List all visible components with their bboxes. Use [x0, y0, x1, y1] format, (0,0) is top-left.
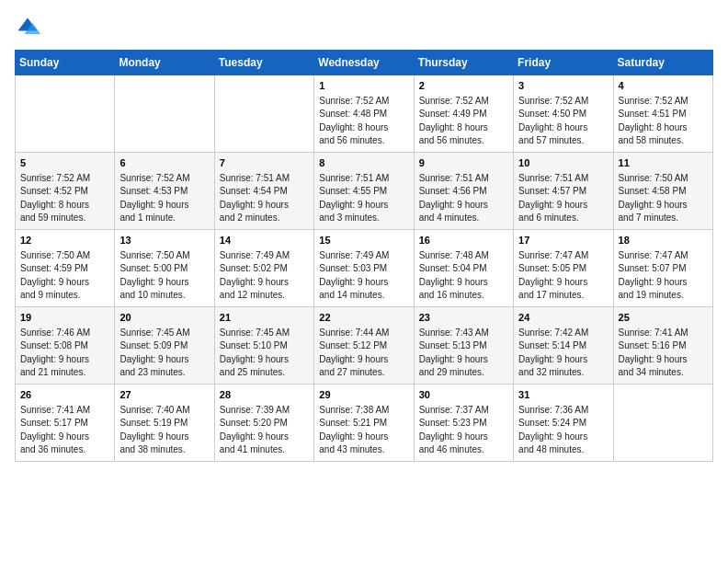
day-info: Sunrise: 7:50 AM Sunset: 5:00 PM Dayligh… — [119, 249, 209, 303]
day-info: Sunrise: 7:52 AM Sunset: 4:53 PM Dayligh… — [119, 172, 209, 225]
day-info: Sunrise: 7:51 AM Sunset: 4:54 PM Dayligh… — [220, 172, 309, 225]
day-number: 31 — [518, 388, 608, 403]
day-info: Sunrise: 7:36 AM Sunset: 5:24 PM Dayligh… — [518, 404, 608, 457]
day-info: Sunrise: 7:38 AM Sunset: 5:21 PM Dayligh… — [319, 404, 408, 457]
calendar-cell: 21Sunrise: 7:45 AM Sunset: 5:10 PM Dayli… — [214, 306, 313, 384]
calendar-cell: 16Sunrise: 7:48 AM Sunset: 5:04 PM Dayli… — [414, 229, 513, 306]
logo — [15, 15, 44, 40]
day-info: Sunrise: 7:48 AM Sunset: 5:04 PM Dayligh… — [419, 249, 508, 303]
day-info: Sunrise: 7:45 AM Sunset: 5:10 PM Dayligh… — [220, 327, 309, 380]
calendar-cell: 26Sunrise: 7:41 AM Sunset: 5:17 PM Dayli… — [16, 384, 115, 461]
day-of-week-header: Wednesday — [314, 51, 414, 75]
calendar-cell — [16, 75, 115, 153]
day-number: 8 — [319, 156, 408, 171]
day-of-week-header: Saturday — [613, 51, 712, 75]
day-number: 9 — [419, 156, 508, 171]
day-number: 14 — [220, 234, 309, 248]
calendar-cell: 11Sunrise: 7:50 AM Sunset: 4:58 PM Dayli… — [613, 152, 712, 229]
calendar-cell: 6Sunrise: 7:52 AM Sunset: 4:53 PM Daylig… — [115, 152, 214, 229]
day-number: 16 — [419, 234, 508, 248]
calendar-cell: 4Sunrise: 7:52 AM Sunset: 4:51 PM Daylig… — [613, 75, 712, 153]
day-number: 28 — [220, 388, 309, 403]
days-of-week-row: SundayMondayTuesdayWednesdayThursdayFrid… — [16, 51, 713, 75]
day-of-week-header: Friday — [514, 51, 613, 75]
day-info: Sunrise: 7:47 AM Sunset: 5:05 PM Dayligh… — [518, 249, 608, 303]
calendar-cell: 19Sunrise: 7:46 AM Sunset: 5:08 PM Dayli… — [16, 306, 115, 384]
calendar-cell: 15Sunrise: 7:49 AM Sunset: 5:03 PM Dayli… — [314, 229, 414, 306]
day-info: Sunrise: 7:42 AM Sunset: 5:14 PM Dayligh… — [518, 327, 608, 380]
day-number: 11 — [619, 156, 708, 171]
calendar-cell: 14Sunrise: 7:49 AM Sunset: 5:02 PM Dayli… — [214, 229, 313, 306]
calendar-week-row: 1Sunrise: 7:52 AM Sunset: 4:48 PM Daylig… — [16, 75, 713, 153]
day-number: 19 — [20, 311, 109, 326]
calendar-cell: 30Sunrise: 7:37 AM Sunset: 5:23 PM Dayli… — [414, 384, 513, 461]
calendar-cell: 18Sunrise: 7:47 AM Sunset: 5:07 PM Dayli… — [613, 229, 712, 306]
day-info: Sunrise: 7:52 AM Sunset: 4:52 PM Dayligh… — [20, 172, 109, 225]
day-of-week-header: Monday — [115, 51, 214, 75]
day-info: Sunrise: 7:49 AM Sunset: 5:02 PM Dayligh… — [220, 249, 309, 303]
calendar-header: SundayMondayTuesdayWednesdayThursdayFrid… — [16, 51, 713, 75]
day-number: 13 — [119, 234, 209, 248]
calendar-cell: 8Sunrise: 7:51 AM Sunset: 4:55 PM Daylig… — [314, 152, 414, 229]
day-number: 7 — [220, 156, 309, 171]
day-number: 3 — [518, 79, 608, 94]
day-number: 29 — [319, 388, 408, 403]
day-number: 20 — [119, 311, 209, 326]
day-number: 12 — [20, 234, 109, 248]
day-number: 23 — [419, 311, 508, 326]
day-of-week-header: Sunday — [16, 51, 115, 75]
day-info: Sunrise: 7:41 AM Sunset: 5:17 PM Dayligh… — [20, 404, 109, 457]
day-info: Sunrise: 7:41 AM Sunset: 5:16 PM Dayligh… — [619, 327, 708, 380]
calendar-cell: 5Sunrise: 7:52 AM Sunset: 4:52 PM Daylig… — [16, 152, 115, 229]
calendar-table: SundayMondayTuesdayWednesdayThursdayFrid… — [15, 50, 713, 462]
calendar-cell: 20Sunrise: 7:45 AM Sunset: 5:09 PM Dayli… — [115, 306, 214, 384]
day-number: 4 — [619, 79, 708, 94]
calendar-week-row: 5Sunrise: 7:52 AM Sunset: 4:52 PM Daylig… — [16, 152, 713, 229]
calendar-week-row: 19Sunrise: 7:46 AM Sunset: 5:08 PM Dayli… — [16, 306, 713, 384]
calendar-cell: 29Sunrise: 7:38 AM Sunset: 5:21 PM Dayli… — [314, 384, 414, 461]
day-info: Sunrise: 7:40 AM Sunset: 5:19 PM Dayligh… — [119, 404, 209, 457]
day-number: 2 — [419, 79, 508, 94]
day-number: 27 — [119, 388, 209, 403]
calendar-cell: 28Sunrise: 7:39 AM Sunset: 5:20 PM Dayli… — [214, 384, 313, 461]
day-number: 1 — [319, 79, 408, 94]
calendar-cell — [115, 75, 214, 153]
calendar-cell: 25Sunrise: 7:41 AM Sunset: 5:16 PM Dayli… — [613, 306, 712, 384]
day-info: Sunrise: 7:51 AM Sunset: 4:56 PM Dayligh… — [419, 172, 508, 225]
calendar-cell: 7Sunrise: 7:51 AM Sunset: 4:54 PM Daylig… — [214, 152, 313, 229]
day-info: Sunrise: 7:51 AM Sunset: 4:55 PM Dayligh… — [319, 172, 408, 225]
day-info: Sunrise: 7:37 AM Sunset: 5:23 PM Dayligh… — [419, 404, 508, 457]
day-info: Sunrise: 7:39 AM Sunset: 5:20 PM Dayligh… — [220, 404, 309, 457]
day-number: 21 — [220, 311, 309, 326]
calendar-cell: 13Sunrise: 7:50 AM Sunset: 5:00 PM Dayli… — [115, 229, 214, 306]
logo-icon — [15, 15, 40, 40]
day-info: Sunrise: 7:44 AM Sunset: 5:12 PM Dayligh… — [319, 327, 408, 380]
calendar-cell: 9Sunrise: 7:51 AM Sunset: 4:56 PM Daylig… — [414, 152, 513, 229]
day-number: 10 — [518, 156, 608, 171]
day-number: 30 — [419, 388, 508, 403]
calendar-body: 1Sunrise: 7:52 AM Sunset: 4:48 PM Daylig… — [16, 75, 713, 462]
day-info: Sunrise: 7:51 AM Sunset: 4:57 PM Dayligh… — [518, 172, 608, 225]
day-info: Sunrise: 7:52 AM Sunset: 4:51 PM Dayligh… — [619, 95, 708, 148]
calendar-cell: 3Sunrise: 7:52 AM Sunset: 4:50 PM Daylig… — [514, 75, 613, 153]
day-number: 22 — [319, 311, 408, 326]
calendar-cell: 24Sunrise: 7:42 AM Sunset: 5:14 PM Dayli… — [514, 306, 613, 384]
day-info: Sunrise: 7:46 AM Sunset: 5:08 PM Dayligh… — [20, 327, 109, 380]
calendar-cell: 2Sunrise: 7:52 AM Sunset: 4:49 PM Daylig… — [414, 75, 513, 153]
day-number: 25 — [619, 311, 708, 326]
calendar-cell: 31Sunrise: 7:36 AM Sunset: 5:24 PM Dayli… — [514, 384, 613, 461]
day-of-week-header: Thursday — [414, 51, 513, 75]
day-info: Sunrise: 7:45 AM Sunset: 5:09 PM Dayligh… — [119, 327, 209, 380]
calendar-cell: 10Sunrise: 7:51 AM Sunset: 4:57 PM Dayli… — [514, 152, 613, 229]
calendar-cell — [613, 384, 712, 461]
calendar-cell: 23Sunrise: 7:43 AM Sunset: 5:13 PM Dayli… — [414, 306, 513, 384]
day-info: Sunrise: 7:52 AM Sunset: 4:49 PM Dayligh… — [419, 95, 508, 148]
day-number: 5 — [20, 156, 109, 171]
calendar-cell: 22Sunrise: 7:44 AM Sunset: 5:12 PM Dayli… — [314, 306, 414, 384]
day-info: Sunrise: 7:50 AM Sunset: 4:58 PM Dayligh… — [619, 172, 708, 225]
calendar-cell: 1Sunrise: 7:52 AM Sunset: 4:48 PM Daylig… — [314, 75, 414, 153]
day-info: Sunrise: 7:52 AM Sunset: 4:50 PM Dayligh… — [518, 95, 608, 148]
calendar-cell: 27Sunrise: 7:40 AM Sunset: 5:19 PM Dayli… — [115, 384, 214, 461]
day-info: Sunrise: 7:43 AM Sunset: 5:13 PM Dayligh… — [419, 327, 508, 380]
calendar-week-row: 26Sunrise: 7:41 AM Sunset: 5:17 PM Dayli… — [16, 384, 713, 461]
